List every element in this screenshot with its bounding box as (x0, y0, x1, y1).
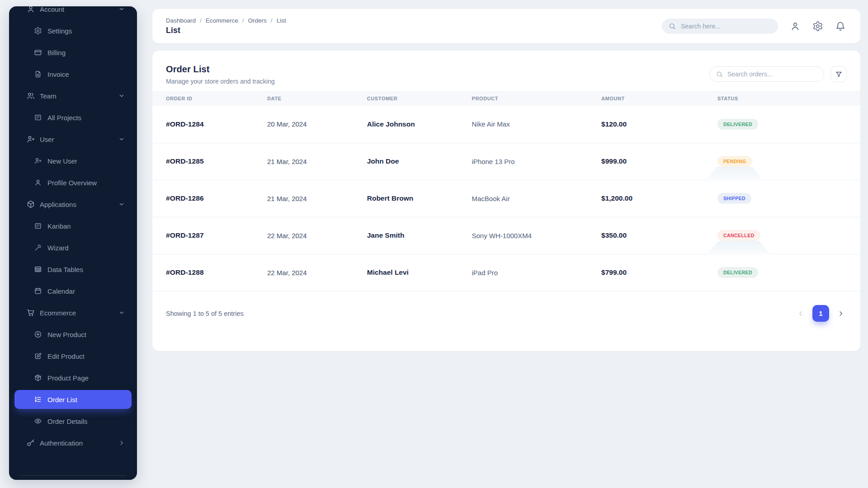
column-header-customer: CUSTOMER (354, 91, 458, 106)
cell-status: DELIVERED (704, 106, 860, 143)
user-icon[interactable] (790, 21, 801, 32)
sidebar-item-user[interactable]: User (14, 130, 132, 149)
sidebar-item-new-user[interactable]: New User (14, 151, 132, 170)
sidebar-item-label: Wizard (47, 244, 69, 252)
cell-product: Nike Air Max (458, 106, 588, 143)
sidebar-item-edit-product[interactable]: Edit Product (14, 347, 132, 366)
status-badge: DELIVERED (717, 119, 758, 130)
table-icon (34, 265, 42, 273)
user-plus-icon (34, 157, 42, 165)
cell-order-id: #ORD-1288 (152, 254, 254, 291)
chevron-down-icon (118, 201, 125, 208)
cell-date: 22 Mar, 2024 (254, 254, 354, 291)
order-card-actions (709, 66, 847, 82)
cell-customer: Michael Levi (354, 254, 458, 291)
header-left: Dashboard/Ecommerce/Orders/List List (166, 17, 286, 35)
status-badge: PENDING (717, 156, 752, 167)
gear-icon (34, 27, 42, 35)
gear-icon[interactable] (812, 21, 823, 32)
sidebar-item-all-projects[interactable]: All Projects (14, 108, 132, 127)
order-list-card: Order List Manage your store orders and … (152, 51, 860, 351)
cell-date: 21 Mar, 2024 (254, 143, 354, 180)
cell-customer: Alice Johnson (354, 106, 458, 143)
eye-icon (34, 417, 42, 425)
breadcrumb-item-ecommerce[interactable]: Ecommerce (206, 17, 238, 24)
sidebar-item-label: Applications (40, 201, 76, 208)
pagination: 1 (797, 305, 845, 322)
cell-status: DELIVERED (704, 254, 860, 291)
cell-customer: John Doe (354, 143, 458, 180)
header-right (662, 19, 846, 34)
filter-button[interactable] (830, 66, 847, 82)
sidebar-item-order-list[interactable]: Order List (14, 390, 132, 409)
sidebar-item-label: User (40, 136, 54, 143)
chevron-down-icon (118, 309, 125, 316)
cell-product: MacBook Air (458, 180, 588, 217)
entries-summary: Showing 1 to 5 of 5 entries (166, 310, 244, 317)
sidebar-item-label: Calendar (47, 287, 75, 295)
cell-order-id: #ORD-1286 (152, 180, 254, 217)
kanban-icon (34, 222, 42, 230)
order-row-ord-1284[interactable]: #ORD-128420 Mar, 2024Alice JohnsonNike A… (152, 106, 860, 143)
order-row-ord-1287[interactable]: #ORD-128722 Mar, 2024Jane SmithSony WH-1… (152, 217, 860, 254)
order-row-ord-1285[interactable]: #ORD-128521 Mar, 2024John DoeiPhone 13 P… (152, 143, 860, 180)
sidebar-item-ecommerce[interactable]: Ecommerce (14, 303, 132, 322)
breadcrumb-item-orders[interactable]: Orders (248, 17, 267, 24)
sidebar-item-wizard[interactable]: Wizard (14, 238, 132, 257)
global-search (662, 19, 778, 34)
page-button-1[interactable]: 1 (812, 305, 829, 322)
sidebar-item-label: New User (47, 157, 77, 165)
sidebar-item-account[interactable]: Account (14, 6, 132, 19)
order-row-ord-1286[interactable]: #ORD-128621 Mar, 2024Robert BrownMacBook… (152, 180, 860, 217)
sidebar-item-label: Authentication (40, 439, 83, 447)
sidebar-item-product-page[interactable]: Product Page (14, 368, 132, 387)
chevron-down-icon (118, 6, 125, 13)
status-badge: DELIVERED (717, 267, 758, 278)
sidebar-item-label: New Product (47, 331, 86, 338)
cell-date: 20 Mar, 2024 (254, 106, 354, 143)
next-page-icon[interactable] (837, 310, 845, 318)
search-icon (716, 70, 723, 78)
column-header-status: STATUS (704, 91, 860, 106)
search-icon (668, 22, 676, 30)
sidebar-item-label: Kanban (47, 222, 71, 230)
sidebar-item-label: Account (40, 6, 64, 13)
sidebar-item-authentication[interactable]: Authentication (14, 433, 132, 452)
sidebar-item-label: Billing (47, 49, 66, 56)
cell-customer: Jane Smith (354, 217, 458, 254)
order-card-title: Order List (166, 64, 274, 75)
order-row-ord-1288[interactable]: #ORD-128822 Mar, 2024Michael LeviiPad Pr… (152, 254, 860, 291)
sidebar-item-calendar[interactable]: Calendar (14, 282, 132, 300)
status-badge: SHIPPED (717, 193, 751, 204)
sidebar-item-kanban[interactable]: Kanban (14, 216, 132, 235)
sidebar-item-settings[interactable]: Settings (14, 21, 132, 40)
order-card-header: Order List Manage your store orders and … (152, 51, 860, 91)
order-card-footer: Showing 1 to 5 of 5 entries 1 (152, 291, 860, 336)
sidebar-item-team[interactable]: Team (14, 86, 132, 105)
user-icon (26, 6, 35, 14)
sidebar-item-new-product[interactable]: New Product (14, 325, 132, 344)
sidebar-item-profile-overview[interactable]: Profile Overview (14, 173, 132, 192)
bell-icon[interactable] (835, 21, 846, 32)
sidebar-item-billing[interactable]: Billing (14, 43, 132, 62)
sidebar-item-order-details[interactable]: Order Details (14, 412, 132, 431)
column-header-date: DATE (254, 91, 354, 106)
package-icon (34, 374, 42, 382)
global-search-input[interactable] (681, 23, 772, 30)
orders-table-body: #ORD-128420 Mar, 2024Alice JohnsonNike A… (152, 106, 860, 291)
cell-amount: $120.00 (588, 106, 704, 143)
kanban-icon (34, 113, 42, 122)
cell-date: 22 Mar, 2024 (254, 217, 354, 254)
cell-order-id: #ORD-1285 (152, 143, 254, 180)
sidebar-item-invoice[interactable]: Invoice (14, 65, 132, 84)
orders-search-input[interactable] (727, 70, 818, 78)
edit-icon (34, 352, 42, 360)
sidebar-item-label: Data Tables (47, 266, 83, 273)
previous-page-icon[interactable] (797, 310, 805, 318)
breadcrumb-item-dashboard[interactable]: Dashboard (166, 17, 196, 24)
users-icon (26, 91, 35, 100)
column-header-amount: AMOUNT (588, 91, 704, 106)
sidebar-item-data-tables[interactable]: Data Tables (14, 260, 132, 279)
sidebar-item-applications[interactable]: Applications (14, 195, 132, 214)
cell-customer: Robert Brown (354, 180, 458, 217)
